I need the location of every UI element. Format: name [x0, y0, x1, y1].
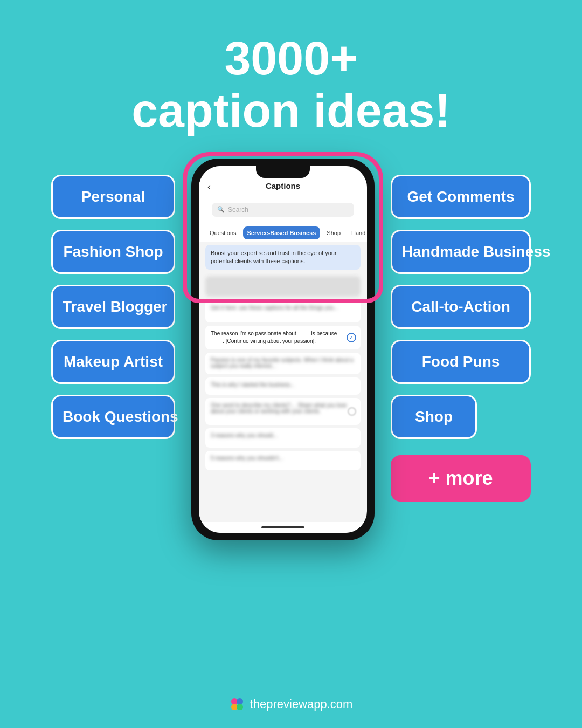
- handmade-business-label: Handmade Business: [402, 243, 550, 260]
- get-comments-label: Get Comments: [407, 188, 514, 205]
- headline-line1: 3000+: [224, 31, 357, 85]
- right-buttons-column: Get Comments Handmade Business Call-to-A…: [391, 159, 531, 502]
- book-questions-label: Book Questions: [63, 408, 178, 425]
- home-indicator: [261, 526, 304, 528]
- caption-item-blurred-4: This is why I started the business...: [205, 377, 361, 395]
- search-placeholder: Search: [228, 206, 248, 214]
- search-bar[interactable]: 🔍 Search: [212, 203, 354, 217]
- header-section: 3000+ caption ideas!: [0, 0, 582, 148]
- tab-shop[interactable]: Shop: [322, 226, 345, 239]
- phone-outer: ‹ Captions 🔍 Search Questions: [191, 159, 375, 540]
- handmade-business-button[interactable]: Handmade Business: [391, 230, 531, 274]
- shop-label: Shop: [415, 408, 453, 425]
- caption-item-blurred-3: Passion is one of my favorite subjects. …: [205, 353, 361, 374]
- food-puns-label: Food Puns: [422, 353, 500, 370]
- makeup-artist-label: Makeup Artist: [64, 353, 163, 370]
- personal-button[interactable]: Personal: [51, 175, 175, 219]
- tab-hand[interactable]: Hand: [347, 226, 367, 239]
- tab-service-based[interactable]: Service-Based Business: [243, 226, 321, 239]
- caption-item-active[interactable]: The reason I'm so passionate about ____ …: [205, 326, 361, 349]
- call-to-action-button[interactable]: Call-to-Action: [391, 285, 531, 329]
- food-puns-button[interactable]: Food Puns: [391, 340, 531, 384]
- phone-notch: [256, 166, 310, 178]
- svg-point-3: [237, 704, 243, 710]
- more-button[interactable]: + more: [391, 455, 531, 502]
- caption-item-blurred-1: [205, 276, 361, 297]
- phone-screen: ‹ Captions 🔍 Search Questions: [199, 166, 367, 533]
- tab-questions[interactable]: Questions: [205, 226, 241, 239]
- home-bar: [199, 522, 367, 533]
- back-arrow[interactable]: ‹: [207, 181, 211, 193]
- left-buttons-column: Personal Fashion Shop Travel Blogger Mak…: [51, 159, 175, 439]
- footer: thepreviewapp.com: [0, 697, 582, 712]
- captions-list: Get it here: use these captions for all …: [199, 273, 367, 477]
- makeup-artist-button[interactable]: Makeup Artist: [51, 340, 175, 384]
- personal-label: Personal: [81, 188, 145, 205]
- category-description: Boost your expertise and trust in the ey…: [205, 245, 361, 270]
- fashion-shop-label: Fashion Shop: [63, 243, 163, 260]
- call-to-action-label: Call-to-Action: [411, 298, 510, 315]
- phone-mockup: ‹ Captions 🔍 Search Questions: [191, 159, 375, 540]
- caption-item-blurred-2: Get it here: use these captions for all …: [205, 300, 361, 322]
- get-comments-button[interactable]: Get Comments: [391, 175, 531, 219]
- shop-button[interactable]: Shop: [391, 395, 477, 439]
- main-layout: Personal Fashion Shop Travel Blogger Mak…: [0, 159, 582, 540]
- travel-blogger-button[interactable]: Travel Blogger: [51, 285, 175, 329]
- caption-item-blurred-5: One word to describe my clients?.... Sha…: [205, 398, 361, 425]
- caption-item-blurred-7: 5 reasons why you shouldn't...: [205, 451, 361, 470]
- category-tabs: Questions Service-Based Business Shop Ha…: [199, 224, 367, 242]
- screen-title: Captions: [199, 181, 367, 195]
- fashion-shop-button[interactable]: Fashion Shop: [51, 230, 175, 274]
- more-label: + more: [428, 467, 493, 489]
- headline-line2: caption ideas!: [131, 84, 451, 137]
- main-headline: 3000+ caption ideas!: [0, 32, 582, 137]
- footer-url: thepreviewapp.com: [250, 697, 353, 711]
- caption-check-icon: ✓: [347, 333, 356, 342]
- app-logo-icon: [230, 697, 245, 712]
- book-questions-button[interactable]: Book Questions: [51, 395, 175, 439]
- caption-item-blurred-6: 3 reasons why you should...: [205, 428, 361, 448]
- search-icon: 🔍: [217, 206, 225, 213]
- travel-blogger-label: Travel Blogger: [63, 298, 168, 315]
